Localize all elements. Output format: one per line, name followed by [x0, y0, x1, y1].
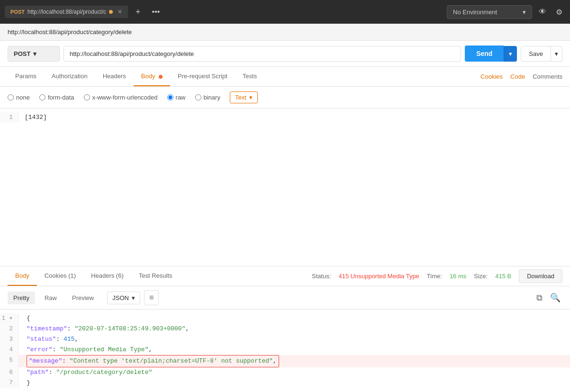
json-line-num-5: 5	[0, 355, 19, 367]
cookies-action[interactable]: Cookies	[480, 67, 503, 86]
json-content-2: "timestamp": "2020-07-14T08:25:49.903+00…	[19, 324, 189, 334]
json-line-5: 5 "message": "Content type 'text/plain;c…	[0, 355, 570, 367]
settings-icon-button[interactable]: ⚙	[553, 5, 565, 19]
radio-raw[interactable]	[167, 94, 173, 100]
radio-none[interactable]	[8, 94, 14, 100]
time-label: Time:	[427, 273, 442, 280]
line-number-1: 1	[0, 112, 19, 123]
body-options: none form-data x-www-form-urlencoded raw…	[0, 87, 570, 109]
tab-headers[interactable]: Headers	[95, 67, 134, 86]
option-form-data[interactable]: form-data	[39, 94, 74, 101]
option-urlencoded-label: x-www-form-urlencoded	[92, 94, 158, 101]
more-tabs-button[interactable]: •••	[148, 6, 164, 18]
method-value: POST	[14, 50, 30, 57]
code-editor[interactable]: 1 [1432]	[0, 109, 570, 266]
size-value: 415 B	[495, 273, 511, 280]
tab-tests[interactable]: Tests	[235, 67, 264, 86]
tab-params[interactable]: Params	[8, 67, 44, 86]
option-form-data-label: form-data	[48, 94, 74, 101]
json-line-num-6: 6	[0, 367, 19, 378]
request-bar: POST ▾ Send ▾ Save ▾	[0, 41, 570, 67]
body-active-dot	[159, 75, 163, 79]
time-value: 16 ms	[450, 273, 466, 280]
option-binary[interactable]: binary	[195, 94, 220, 101]
radio-urlencoded[interactable]	[84, 94, 90, 100]
eye-icon-button[interactable]: 👁	[536, 5, 549, 19]
method-chevron-icon: ▾	[33, 50, 36, 57]
option-urlencoded[interactable]: x-www-form-urlencoded	[84, 94, 158, 101]
option-none-label: none	[16, 94, 30, 101]
environment-dropdown[interactable]: No Environment ▾	[447, 5, 532, 19]
format-tab-pretty[interactable]: Pretty	[8, 292, 35, 304]
copy-icon-button[interactable]: ⧉	[534, 291, 544, 305]
add-tab-button[interactable]: +	[132, 5, 145, 19]
environment-label: No Environment	[453, 9, 497, 16]
text-format-dropdown[interactable]: Text ▾	[230, 91, 258, 103]
json-line-7: 7 }	[0, 378, 570, 388]
json-content-7: }	[19, 378, 30, 388]
tab-body[interactable]: Body	[134, 67, 170, 86]
option-none[interactable]: none	[8, 94, 30, 101]
json-content-3: "status": 415,	[19, 334, 78, 345]
json-line-1: 1 ▾ {	[0, 313, 570, 324]
tab-url: http://localhost:88/api/product/c	[27, 9, 106, 15]
tab-authorization[interactable]: Authorization	[44, 67, 95, 86]
code-action[interactable]: Code	[510, 67, 525, 86]
tab-pre-request-script[interactable]: Pre-request Script	[170, 67, 235, 86]
json-content-1: {	[19, 313, 30, 324]
breadcrumb-url: http://localhost:88/api/product/category…	[8, 28, 132, 36]
json-format-dropdown[interactable]: JSON ▾	[107, 292, 140, 304]
option-binary-label: binary	[204, 94, 220, 101]
tab-method: POST	[10, 9, 25, 15]
send-dropdown-button[interactable]: ▾	[504, 46, 517, 62]
json-content-4: "error": "Unsupported Media Type",	[19, 345, 152, 355]
send-button-group: Send ▾	[465, 46, 517, 62]
save-button-group: Save ▾	[521, 46, 562, 62]
request-tabs: Params Authorization Headers Body Pre-re…	[0, 67, 570, 87]
url-input[interactable]	[63, 46, 461, 62]
radio-form-data[interactable]	[39, 94, 45, 100]
resp-tab-body[interactable]: Body	[8, 266, 37, 286]
option-raw[interactable]: raw	[167, 94, 186, 101]
download-button[interactable]: Download	[519, 269, 562, 283]
wrap-button[interactable]: ≡	[144, 290, 159, 305]
json-line-num-1: 1 ▾	[0, 313, 19, 324]
tab-close-icon[interactable]: ✕	[118, 9, 122, 15]
format-tab-preview[interactable]: Preview	[66, 292, 100, 304]
send-button[interactable]: Send	[465, 46, 504, 62]
option-raw-label: raw	[176, 94, 186, 101]
save-button[interactable]: Save	[521, 46, 551, 62]
text-format-chevron-icon: ▾	[249, 94, 253, 101]
json-line-num-3: 3	[0, 334, 19, 345]
json-format-label: JSON	[112, 294, 129, 301]
response-format-bar: Pretty Raw Preview JSON ▾ ≡ ⧉ 🔍	[0, 286, 570, 310]
comments-action[interactable]: Comments	[533, 67, 562, 86]
resp-tab-test-results[interactable]: Test Results	[131, 266, 180, 286]
chevron-down-icon: ▾	[523, 9, 526, 16]
env-selector: No Environment ▾ 👁 ⚙	[447, 5, 565, 19]
tab-actions: Cookies Code Comments	[480, 67, 562, 86]
json-content-6: "path": "/product/category/delete"	[19, 367, 152, 378]
response-tabs-bar: Body Cookies (1) Headers (6) Test Result…	[0, 266, 570, 286]
resp-tab-cookies[interactable]: Cookies (1)	[37, 266, 83, 286]
status-label: Status:	[312, 273, 331, 280]
response-status-bar: Status: 415 Unsupported Media Type Time:…	[312, 269, 562, 283]
active-tab[interactable]: POST http://localhost:88/api/product/c ✕	[5, 6, 128, 18]
format-actions: ⧉ 🔍	[534, 291, 562, 305]
main-content: http://localhost:88/api/product/category…	[0, 24, 570, 392]
resp-tab-headers[interactable]: Headers (6)	[83, 266, 131, 286]
json-line-num-2: 2	[0, 324, 19, 334]
save-dropdown-button[interactable]: ▾	[551, 46, 562, 62]
json-format-chevron-icon: ▾	[132, 294, 135, 301]
method-select[interactable]: POST ▾	[8, 46, 60, 62]
tab-modified-dot	[109, 10, 113, 14]
json-line-num-4: 4	[0, 345, 19, 355]
format-tab-raw[interactable]: Raw	[39, 292, 63, 304]
json-line-3: 3 "status": 415,	[0, 334, 570, 345]
search-icon-button[interactable]: 🔍	[548, 291, 562, 305]
radio-binary[interactable]	[195, 94, 201, 100]
json-content-5: "message": "Content type 'text/plain;cha…	[19, 355, 279, 367]
json-line-6: 6 "path": "/product/category/delete"	[0, 367, 570, 378]
line-content-1: [1432]	[19, 112, 47, 123]
breadcrumb: http://localhost:88/api/product/category…	[0, 24, 570, 41]
